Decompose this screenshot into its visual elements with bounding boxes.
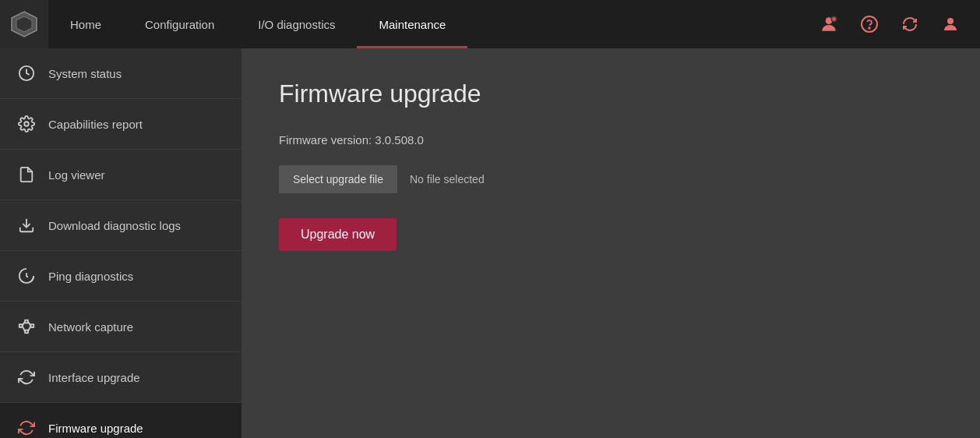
svg-point-8 <box>24 122 29 126</box>
svg-point-5 <box>869 27 870 29</box>
firmware-icon <box>16 417 37 438</box>
nav-io-diagnostics[interactable]: I/O diagnostics <box>236 0 357 48</box>
svg-point-6 <box>947 18 954 24</box>
upgrade-now-button[interactable]: Upgrade now <box>279 218 397 251</box>
file-icon <box>16 164 37 185</box>
svg-line-15 <box>23 326 26 331</box>
nav-home[interactable]: Home <box>48 0 123 48</box>
page-title: Firmware upgrade <box>279 79 943 108</box>
upgrade-icon <box>16 366 37 388</box>
download-icon <box>16 214 37 236</box>
sidebar-item-log-viewer[interactable]: Log viewer <box>0 150 241 200</box>
svg-marker-1 <box>16 16 32 32</box>
main-content-area: Firmware upgrade Firmware version: 3.0.5… <box>241 48 980 438</box>
sidebar-item-ping-diagnostics[interactable]: Ping diagnostics <box>0 251 241 302</box>
ping-icon <box>16 265 37 287</box>
system-status-icon <box>16 62 37 84</box>
sidebar-item-capabilities-report[interactable]: Capabilities report <box>0 99 241 150</box>
account-icon[interactable] <box>933 7 968 41</box>
firmware-version-label: Firmware version: 3.0.508.0 <box>279 133 943 147</box>
svg-rect-10 <box>19 324 23 327</box>
topnav-icon-group <box>812 7 980 41</box>
nav-configuration[interactable]: Configuration <box>123 0 236 48</box>
help-icon[interactable] <box>852 7 887 41</box>
file-select-row: Select upgrade file No file selected <box>279 165 943 193</box>
refresh-icon[interactable] <box>893 7 927 41</box>
svg-line-17 <box>28 326 31 331</box>
user-status-icon[interactable] <box>812 7 846 41</box>
svg-rect-13 <box>31 324 34 327</box>
svg-rect-11 <box>25 320 28 323</box>
gear-icon <box>16 113 37 135</box>
nav-links: Home Configuration I/O diagnostics Maint… <box>48 0 812 48</box>
no-file-selected-text: No file selected <box>410 173 485 185</box>
app-logo <box>0 0 48 48</box>
sidebar-item-system-status[interactable]: System status <box>0 48 241 99</box>
sidebar-item-network-capture[interactable]: Network capture <box>0 302 241 352</box>
svg-point-3 <box>831 16 837 22</box>
network-icon <box>16 316 37 337</box>
select-upgrade-file-button[interactable]: Select upgrade file <box>279 165 397 193</box>
main-layout: System status Capabilities report Log vi… <box>0 48 980 438</box>
sidebar-item-interface-upgrade[interactable]: Interface upgrade <box>0 352 241 403</box>
nav-maintenance[interactable]: Maintenance <box>357 0 467 48</box>
svg-rect-12 <box>25 330 28 334</box>
top-navigation: Home Configuration I/O diagnostics Maint… <box>0 0 980 48</box>
sidebar-item-download-diagnostic-logs[interactable]: Download diagnostic logs <box>0 200 241 251</box>
sidebar-item-firmware-upgrade[interactable]: Firmware upgrade <box>0 403 241 438</box>
sidebar: System status Capabilities report Log vi… <box>0 48 241 438</box>
